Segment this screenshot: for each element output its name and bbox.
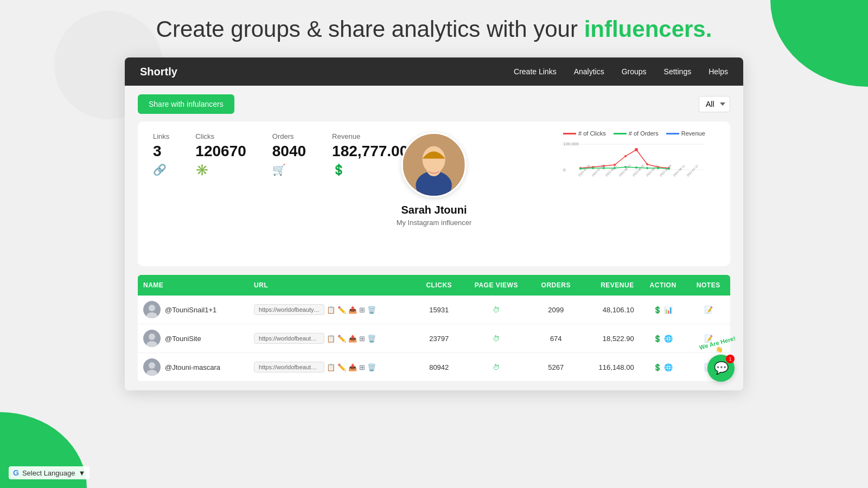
brand-logo: Shortly bbox=[140, 66, 177, 78]
language-selector[interactable]: G Select Language ▼ bbox=[9, 466, 90, 479]
edit-icon-1[interactable]: ✏️ bbox=[337, 306, 346, 314]
svg-point-21 bbox=[614, 164, 616, 166]
upload-icon-2[interactable]: 📤 bbox=[348, 335, 357, 343]
delete-icon-1[interactable]: 🗑️ bbox=[367, 306, 376, 314]
row3-clicks: 80942 bbox=[416, 353, 462, 382]
svg-point-30 bbox=[614, 167, 616, 169]
chart-legend: # of Clicks # of Orders Revenue bbox=[563, 130, 715, 137]
col-orders: ORDERS bbox=[531, 275, 582, 296]
svg-point-22 bbox=[624, 155, 627, 157]
svg-point-20 bbox=[603, 165, 605, 167]
nav-link-helps[interactable]: Helps bbox=[709, 67, 728, 76]
main-content: Share with infulancers All Links 3 🔗 Cli… bbox=[125, 86, 743, 390]
influencer-avatar-1 bbox=[143, 301, 161, 318]
action-globe-icon-3[interactable]: 🌐 bbox=[664, 363, 673, 371]
row2-action: 💲 🌐 bbox=[640, 324, 687, 353]
legend-clicks: # of Clicks bbox=[563, 130, 606, 137]
legend-revenue-label: Revenue bbox=[681, 130, 705, 137]
copy-icon-3[interactable]: 📋 bbox=[327, 363, 335, 371]
nav-item-create-links[interactable]: Create Links bbox=[514, 67, 557, 76]
svg-point-27 bbox=[579, 168, 582, 170]
nav-link-create-links[interactable]: Create Links bbox=[514, 67, 557, 76]
row1-name-text: @TouniSnail1+1 bbox=[165, 306, 216, 314]
pageviews-icon-3: ⏱ bbox=[493, 363, 500, 371]
nav-item-groups[interactable]: Groups bbox=[622, 67, 647, 76]
google-logo: G bbox=[13, 468, 19, 477]
row3-url: https://worldofbeautyme... 📋 ✏️ 📤 ⊞ 🗑️ bbox=[248, 353, 416, 382]
copy-icon-1[interactable]: 📋 bbox=[327, 306, 335, 314]
navbar: Shortly Create Links Analytics Groups Se… bbox=[125, 57, 743, 86]
links-label: Links bbox=[153, 132, 169, 140]
share-with-influencers-button[interactable]: Share with infulancers bbox=[138, 94, 234, 114]
notes-icon-1[interactable]: 📝 bbox=[704, 306, 713, 314]
delete-icon-2[interactable]: 🗑️ bbox=[367, 335, 376, 343]
profile-description: My Instagram influencer bbox=[397, 219, 472, 227]
upload-icon-1[interactable]: 📤 bbox=[348, 306, 357, 314]
app-window: Shortly Create Links Analytics Groups Se… bbox=[125, 57, 743, 390]
stat-orders: Orders 8040 🛒 bbox=[272, 132, 306, 176]
nav-link-groups[interactable]: Groups bbox=[622, 67, 647, 76]
row2-orders: 674 bbox=[531, 324, 582, 353]
action-chart-icon-1[interactable]: 📊 bbox=[664, 306, 673, 314]
svg-point-34 bbox=[657, 167, 659, 169]
language-label: Select Language bbox=[22, 469, 75, 477]
filter-select[interactable]: All bbox=[699, 96, 730, 112]
edit-icon-3[interactable]: ✏️ bbox=[337, 363, 346, 371]
nav-link-settings[interactable]: Settings bbox=[664, 67, 692, 76]
svg-text:2022-08-03: 2022-08-03 bbox=[618, 164, 631, 177]
nav-item-analytics[interactable]: Analytics bbox=[574, 67, 604, 76]
link-icon: 🔗 bbox=[153, 163, 169, 176]
links-value: 3 bbox=[153, 143, 169, 160]
hero-title-text: Create groups & share analytics with you… bbox=[156, 16, 584, 42]
svg-point-40 bbox=[149, 333, 155, 340]
top-bar: Share with infulancers All bbox=[138, 94, 730, 114]
legend-revenue: Revenue bbox=[666, 130, 705, 137]
copy-icon-2[interactable]: 📋 bbox=[327, 335, 335, 343]
qr-icon-2[interactable]: ⊞ bbox=[359, 335, 365, 343]
svg-text:2022-07-27: 2022-07-27 bbox=[686, 164, 699, 177]
nav-links: Create Links Analytics Groups Settings H… bbox=[514, 67, 728, 76]
row3-pageviews: ⏱ bbox=[462, 353, 531, 382]
pageviews-icon-2: ⏱ bbox=[493, 335, 500, 343]
chat-bubble-button[interactable]: 💬 1 bbox=[707, 355, 735, 382]
nav-link-analytics[interactable]: Analytics bbox=[574, 67, 604, 76]
table-body: @TouniSnail1+1 https://worldofbeauty.g..… bbox=[138, 296, 730, 382]
nav-item-settings[interactable]: Settings bbox=[664, 67, 692, 76]
row1-revenue: 48,106.10 bbox=[582, 296, 640, 324]
row3-name: @Jtouni-mascara bbox=[138, 353, 248, 382]
data-table: NAME URL CLICKS PAGE VIEWS ORDERS REVENU… bbox=[138, 275, 730, 382]
qr-icon-1[interactable]: ⊞ bbox=[359, 306, 365, 314]
svg-text:2022-07-28: 2022-07-28 bbox=[577, 164, 590, 177]
chart-area: # of Clicks # of Orders Revenue bbox=[563, 130, 715, 180]
action-revenue-icon-3[interactable]: 💲 bbox=[653, 363, 662, 371]
url-actions-3: 📋 ✏️ 📤 ⊞ 🗑️ bbox=[327, 363, 376, 371]
row3-name-text: @Jtouni-mascara bbox=[165, 363, 220, 371]
upload-icon-3[interactable]: 📤 bbox=[348, 363, 357, 371]
row2-pageviews: ⏱ bbox=[462, 324, 531, 353]
action-revenue-icon-1[interactable]: 💲 bbox=[653, 306, 662, 314]
url-cell-2: https://worldofbeautys... 📋 ✏️ 📤 ⊞ 🗑️ bbox=[254, 333, 411, 344]
qr-icon-3[interactable]: ⊞ bbox=[359, 363, 365, 371]
nav-item-helps[interactable]: Helps bbox=[709, 67, 728, 76]
col-page-views: PAGE VIEWS bbox=[462, 275, 531, 296]
hero-title-highlight: influencers. bbox=[584, 16, 712, 42]
legend-clicks-label: # of Clicks bbox=[578, 130, 606, 137]
col-name: NAME bbox=[138, 275, 248, 296]
table-header: NAME URL CLICKS PAGE VIEWS ORDERS REVENU… bbox=[138, 275, 730, 296]
delete-icon-3[interactable]: 🗑️ bbox=[367, 363, 376, 371]
row1-notes: 📝 bbox=[687, 296, 730, 324]
table-row: @Jtouni-mascara https://worldofbeautyme.… bbox=[138, 353, 730, 382]
url-display-3: https://worldofbeautyme... bbox=[254, 362, 324, 373]
action-revenue-icon-2[interactable]: 💲 bbox=[653, 335, 662, 343]
stat-clicks: Clicks 120670 ✳️ bbox=[195, 132, 246, 176]
legend-revenue-line bbox=[666, 133, 679, 134]
action-globe-icon-2[interactable]: 🌐 bbox=[664, 335, 673, 343]
col-url: URL bbox=[248, 275, 416, 296]
edit-icon-2[interactable]: ✏️ bbox=[337, 335, 346, 343]
profile-name: Sarah Jtouni bbox=[401, 204, 467, 216]
url-cell-1: https://worldofbeauty.g... 📋 ✏️ 📤 ⊞ 🗑️ bbox=[254, 304, 411, 315]
url-display-2: https://worldofbeautys... bbox=[254, 333, 324, 344]
influencer-cell-3: @Jtouni-mascara bbox=[143, 358, 243, 376]
row1-action: 💲 📊 bbox=[640, 296, 687, 324]
url-display-1: https://worldofbeauty.g... bbox=[254, 304, 324, 315]
